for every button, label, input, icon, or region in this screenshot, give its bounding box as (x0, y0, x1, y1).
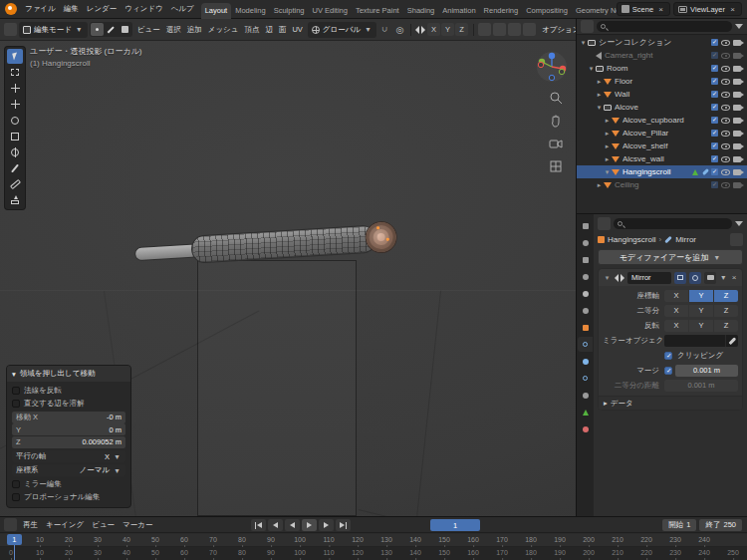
viewport-menu-select[interactable]: 選択 (163, 25, 184, 35)
orientation-dropdown[interactable]: 座標系 ノーマル (12, 464, 125, 476)
render-visibility-icon[interactable] (733, 66, 741, 72)
scale-tool[interactable] (7, 129, 23, 143)
modifier-properties-tab[interactable] (578, 337, 593, 352)
render-visibility-icon[interactable] (733, 143, 741, 149)
object-data-properties-tab[interactable] (578, 405, 593, 420)
physics-properties-tab[interactable] (578, 371, 593, 386)
pan-hand-icon[interactable] (549, 114, 563, 128)
flip-y-button[interactable]: Y (689, 320, 713, 332)
operator-panel-header[interactable]: 領域を押し出して移動 (7, 366, 130, 382)
material-properties-tab[interactable] (578, 421, 593, 436)
data-subpanel-header[interactable]: データ (599, 396, 742, 410)
render-visibility-icon[interactable] (733, 79, 741, 85)
render-visibility-icon[interactable] (733, 118, 741, 124)
bisect-y-button[interactable]: Y (689, 305, 713, 317)
mirror-editing-row[interactable]: ミラー編集 (12, 478, 125, 489)
toggle-ortho-icon[interactable] (549, 159, 563, 173)
render-visibility-icon[interactable] (733, 92, 741, 98)
editor-type-icon[interactable] (581, 20, 594, 33)
workspace-tab-shading[interactable]: Shading (403, 3, 439, 19)
exclude-checkbox-icon[interactable] (711, 181, 718, 188)
measure-tool[interactable] (7, 176, 23, 191)
merge-threshold-field[interactable]: 0.001 m (675, 365, 738, 377)
view-layer-properties-tab[interactable] (578, 269, 593, 284)
viewport-menu-edge[interactable]: 辺 (262, 25, 276, 35)
tweak-tool[interactable] (7, 49, 23, 64)
bisect-x-button[interactable]: X (664, 305, 688, 317)
filter-icon[interactable] (735, 24, 743, 29)
checkbox-icon[interactable] (12, 400, 20, 408)
realtime-display-toggle[interactable] (689, 272, 701, 284)
proportional-editing-icon[interactable] (393, 23, 406, 36)
jump-to-start-button[interactable] (251, 519, 266, 531)
outliner-row-alcove-pillar[interactable]: Alcove_Pillar (577, 127, 747, 140)
orient-axis-dropdown[interactable]: 平行の軸 X (12, 450, 125, 462)
render-visibility-icon[interactable] (733, 182, 741, 188)
transform-tool[interactable] (7, 144, 23, 159)
eye-icon[interactable] (721, 182, 730, 188)
end-frame-field[interactable]: 終了 250 (699, 519, 742, 531)
flip-normals-row[interactable]: 法線を反転 (12, 385, 125, 396)
navigation-gizmo[interactable] (536, 51, 568, 85)
workspace-tab-layout[interactable]: Layout (201, 3, 232, 19)
mirror-y-toggle[interactable]: Y (441, 23, 454, 36)
editor-type-icon[interactable] (598, 217, 611, 230)
timeline-menu-marker[interactable]: マーカー (119, 520, 156, 530)
disclosure-icon[interactable] (595, 181, 604, 189)
zoom-icon[interactable] (549, 91, 563, 105)
properties-search-input[interactable] (614, 218, 732, 229)
show-overlays-icon[interactable] (493, 23, 506, 36)
disclosure-icon[interactable] (603, 155, 612, 163)
render-visibility-icon[interactable] (733, 105, 741, 111)
pin-icon[interactable] (730, 233, 743, 246)
topbar-menu-help[interactable]: ヘルプ (167, 0, 198, 18)
mirror-object-field[interactable] (664, 335, 725, 347)
viewport-menu-face[interactable]: 面 (276, 25, 290, 35)
exclude-checkbox-icon[interactable] (711, 142, 718, 149)
outliner-row-alcsve-wall[interactable]: Alcsve_wall (577, 152, 747, 165)
playhead-frame-badge[interactable]: 1 (7, 534, 22, 545)
blender-logo-icon[interactable] (5, 3, 17, 15)
outliner-row-floor[interactable]: Floor (577, 75, 747, 88)
hanging-scroll-mesh[interactable] (134, 214, 403, 278)
eye-icon[interactable] (721, 53, 730, 59)
mode-selector[interactable]: 編集モード (19, 22, 88, 38)
bisect-z-button[interactable]: Z (714, 305, 738, 317)
outliner-row-alcove-cupboard[interactable]: Alcove_cupboard (577, 114, 747, 127)
viewport-menu-vertex[interactable]: 頂点 (241, 25, 262, 35)
jump-to-end-button[interactable] (336, 519, 351, 531)
mirror-x-toggle[interactable]: X (427, 23, 440, 36)
outliner-row-hangingscroll[interactable]: Hangingscroll (577, 165, 747, 178)
annotate-tool[interactable] (7, 160, 23, 175)
operator-field-0[interactable]: 移動 X-0 m (12, 412, 125, 423)
mirror-axis-z-button[interactable]: Z (714, 290, 738, 302)
editor-type-icon[interactable] (4, 23, 17, 36)
prev-keyframe-button[interactable] (268, 519, 283, 531)
viewlayer-remove-icon[interactable] (728, 5, 737, 14)
workspace-tab-modeling[interactable]: Modeling (231, 3, 269, 19)
scroll-cloth-mesh[interactable] (197, 260, 357, 516)
snap-magnet-icon[interactable] (378, 23, 391, 36)
exclude-checkbox-icon[interactable] (711, 39, 718, 46)
render-visibility-icon[interactable] (733, 156, 741, 162)
eyedropper-button[interactable] (725, 335, 738, 347)
operator-field-2[interactable]: Z0.009052 m (12, 436, 125, 448)
disclosure-icon[interactable] (595, 104, 604, 112)
workspace-tab-sculpting[interactable]: Sculpting (270, 3, 309, 19)
merge-checkbox[interactable] (664, 367, 672, 375)
checkbox-icon[interactable] (12, 493, 20, 501)
cursor-tool[interactable] (7, 81, 23, 96)
render-display-toggle[interactable] (704, 272, 716, 284)
disclosure-icon[interactable] (587, 65, 596, 73)
scene-selector[interactable]: Scene (617, 2, 670, 16)
timeline-menu-keying[interactable]: キーイング (42, 520, 88, 530)
world-properties-tab[interactable] (578, 303, 593, 318)
exclude-checkbox-icon[interactable] (711, 155, 718, 162)
workspace-tab-rendering[interactable]: Rendering (480, 3, 523, 19)
viewport-menu-view[interactable]: ビュー (134, 25, 163, 35)
flip-x-button[interactable]: X (664, 320, 688, 332)
topbar-menu-edit[interactable]: 編集 (60, 0, 83, 18)
face-select-mode-button[interactable] (119, 23, 131, 36)
scene-properties-tab[interactable] (578, 286, 593, 301)
dissolve-edges-row[interactable]: 直交する辺を溶解 (12, 398, 125, 409)
